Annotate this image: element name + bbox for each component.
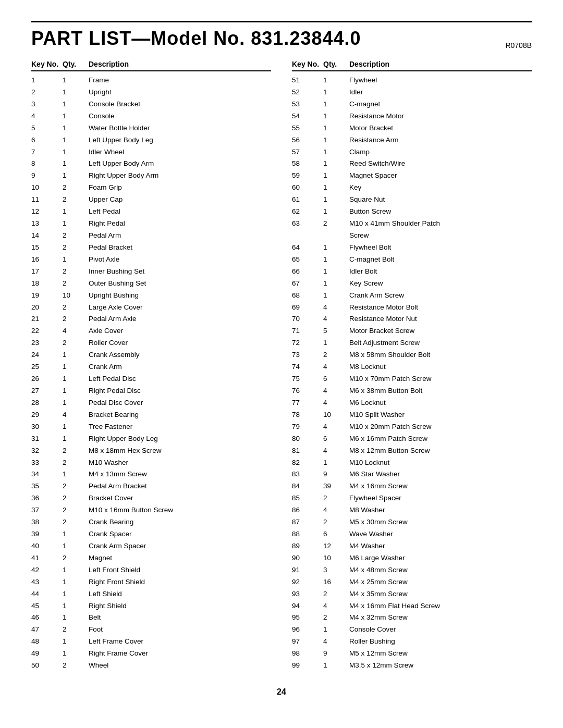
table-row: 90 10 M6 Large Washer <box>292 552 532 564</box>
part-qty: 1 <box>63 147 89 158</box>
table-row: 30 1 Tree Fastener <box>31 421 271 433</box>
left-column: Key No. Qty. Description 1 1 Frame 2 1 U… <box>31 60 271 672</box>
part-key: 24 <box>31 350 63 361</box>
table-row: 20 2 Large Axle Cover <box>31 302 271 314</box>
part-qty: 1 <box>323 170 349 181</box>
part-qty: 2 <box>63 624 89 635</box>
part-key: 9 <box>31 170 63 181</box>
part-key: 47 <box>31 624 63 635</box>
table-row: 17 2 Inner Bushing Set <box>31 266 271 278</box>
part-qty: 12 <box>323 541 349 552</box>
part-desc: Idler Bolt <box>349 266 532 277</box>
part-desc: Right Front Shield <box>89 577 271 588</box>
table-row: 94 4 M4 x 16mm Flat Head Screw <box>292 600 532 612</box>
part-desc: Belt <box>89 612 271 623</box>
part-desc: Inner Bushing Set <box>89 266 271 277</box>
part-key: 89 <box>292 541 323 552</box>
part-qty: 2 <box>323 612 349 623</box>
part-key: 37 <box>31 505 63 516</box>
table-row: 33 2 M10 Washer <box>31 457 271 469</box>
part-key: 91 <box>292 565 323 576</box>
part-key: 79 <box>292 422 323 433</box>
table-row: 66 1 Idler Bolt <box>292 266 532 278</box>
part-desc: M10 Locknut <box>349 458 532 468</box>
table-row: 72 1 Belt Adjustment Screw <box>292 337 532 349</box>
part-desc: Belt Adjustment Screw <box>349 338 532 349</box>
part-desc: M4 x 16mm Flat Head Screw <box>349 601 532 612</box>
part-key: 94 <box>292 601 323 612</box>
part-desc: M4 Washer <box>349 541 532 552</box>
part-qty: 1 <box>63 648 89 659</box>
part-key: 38 <box>31 517 63 528</box>
part-key: 85 <box>292 493 323 504</box>
part-qty: 1 <box>63 135 89 146</box>
part-desc: M8 Locknut <box>349 362 532 373</box>
part-desc: Crank Assembly <box>89 350 271 361</box>
part-key: 72 <box>292 338 323 349</box>
table-row: 18 2 Outer Bushing Set <box>31 278 271 290</box>
part-key: 8 <box>31 158 63 169</box>
table-row: 9 1 Right Upper Body Arm <box>31 170 271 182</box>
table-row: 47 2 Foot <box>31 624 271 636</box>
part-qty: 2 <box>63 458 89 468</box>
part-desc: Roller Cover <box>89 338 271 349</box>
table-row: 55 1 Motor Bracket <box>292 122 532 134</box>
part-desc: Frame <box>89 75 271 86</box>
table-row: 99 1 M3.5 x 12mm Screw <box>292 660 532 672</box>
part-qty: 10 <box>323 553 349 564</box>
part-qty: 1 <box>323 111 349 122</box>
table-row: 87 2 M5 x 30mm Screw <box>292 516 532 528</box>
part-key: 76 <box>292 386 323 397</box>
part-desc: M4 x 48mm Screw <box>349 565 532 576</box>
part-key: 54 <box>292 111 323 122</box>
table-row: 80 6 M6 x 16mm Patch Screw <box>292 433 532 445</box>
part-key: 56 <box>292 135 323 146</box>
part-key: 31 <box>31 434 63 445</box>
part-key: 67 <box>292 278 323 289</box>
table-row: 37 2 M10 x 16mm Button Screw <box>31 504 271 516</box>
part-desc: Tree Fastener <box>89 422 271 433</box>
table-row: 1 1 Frame <box>31 75 271 87</box>
part-desc: Upright Bushing <box>89 290 271 301</box>
part-qty: 1 <box>63 111 89 122</box>
part-key: 13 <box>31 218 63 229</box>
table-row: 82 1 M10 Locknut <box>292 457 532 469</box>
table-row: 79 4 M10 x 20mm Patch Screw <box>292 421 532 433</box>
part-key: 27 <box>31 386 63 397</box>
part-qty: 2 <box>323 517 349 528</box>
part-desc: Clamp <box>349 147 532 158</box>
part-desc: C-magnet <box>349 99 532 110</box>
part-qty: 1 <box>63 75 89 86</box>
page-title: PART LIST—Model No. 831.23844.0 <box>31 28 361 50</box>
part-key: 30 <box>31 422 63 433</box>
part-key: 63 <box>292 218 323 229</box>
part-desc: Crank Arm Screw <box>349 290 532 301</box>
part-desc: Foot <box>89 624 271 635</box>
part-key: 2 <box>31 87 63 98</box>
part-desc: Pedal Bracket <box>89 242 271 253</box>
part-qty: 2 <box>63 278 89 289</box>
part-desc: Magnet <box>89 553 271 564</box>
table-row: 24 1 Crank Assembly <box>31 349 271 361</box>
part-qty: 2 <box>63 660 89 671</box>
table-row: 21 2 Pedal Arm Axle <box>31 313 271 325</box>
part-desc: Foam Grip <box>89 182 271 193</box>
table-row: 97 4 Roller Bushing <box>292 636 532 648</box>
part-key: 61 <box>292 194 323 205</box>
part-key: 66 <box>292 266 323 277</box>
part-qty: 2 <box>323 218 349 229</box>
part-qty: 1 <box>323 158 349 169</box>
table-row: 46 1 Belt <box>31 612 271 624</box>
part-qty: 1 <box>323 624 349 635</box>
part-qty: 2 <box>63 493 89 504</box>
part-qty: 1 <box>63 206 89 217</box>
part-qty: 1 <box>63 577 89 588</box>
table-row: 64 1 Flywheel Bolt <box>292 242 532 254</box>
part-qty: 1 <box>323 75 349 86</box>
left-col-header: Key No. Qty. Description <box>31 60 271 71</box>
part-key: 11 <box>31 194 63 205</box>
part-qty: 1 <box>323 278 349 289</box>
part-qty: 1 <box>323 147 349 158</box>
part-qty: 1 <box>63 99 89 110</box>
table-row: 44 1 Left Shield <box>31 588 271 600</box>
